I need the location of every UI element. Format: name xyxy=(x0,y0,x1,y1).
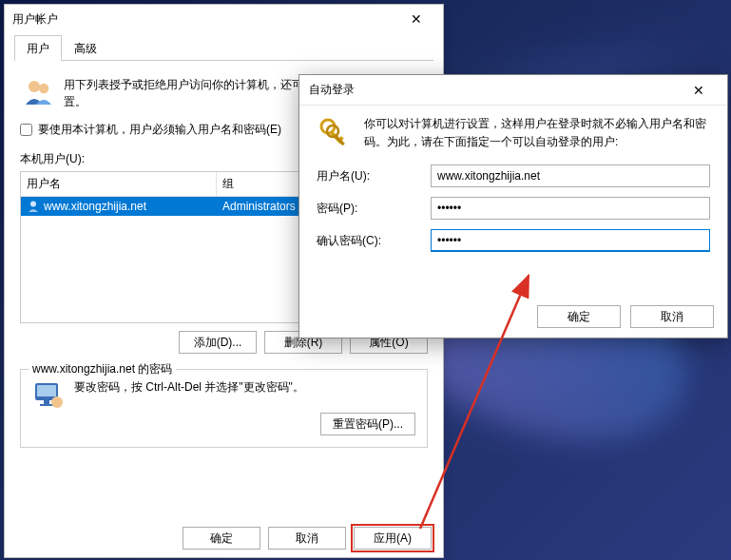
require-login-label: 要使用本计算机，用户必须输入用户名和密码(E) xyxy=(38,122,281,138)
row-username: www.xitongzhijia.net xyxy=(44,200,146,213)
tab-users[interactable]: 用户 xyxy=(14,35,62,61)
keys-icon xyxy=(317,115,353,151)
username-label: 用户名(U): xyxy=(317,168,431,184)
password-group-title: www.xitongzhijia.net 的密码 xyxy=(29,361,176,377)
ok-button[interactable]: 确定 xyxy=(183,527,260,550)
svg-point-2 xyxy=(30,202,36,207)
modal-ok-button[interactable]: 确定 xyxy=(537,305,621,328)
svg-rect-5 xyxy=(44,400,49,404)
close-icon[interactable]: ✕ xyxy=(397,6,435,32)
modal-footer: 确定 取消 xyxy=(299,296,727,338)
confirm-password-field[interactable] xyxy=(431,229,710,252)
cancel-button[interactable]: 取消 xyxy=(268,527,346,550)
svg-point-1 xyxy=(39,84,48,93)
password-groupbox: www.xitongzhijia.net 的密码 要改密码，按 Ctrl-Alt… xyxy=(20,369,428,448)
modal-cancel-button[interactable]: 取消 xyxy=(630,305,714,328)
reset-password-button[interactable]: 重置密码(P)... xyxy=(320,413,415,435)
modal-title: 自动登录 xyxy=(309,82,355,98)
password-label: 密码(P): xyxy=(317,201,431,217)
tabs: 用户 高级 xyxy=(5,33,443,60)
confirm-label: 确认密码(C): xyxy=(317,233,431,249)
require-login-input[interactable] xyxy=(20,124,32,136)
avatar-icon xyxy=(32,379,65,412)
users-icon xyxy=(22,76,54,108)
svg-point-7 xyxy=(51,396,63,408)
column-user[interactable]: 用户名 xyxy=(21,172,217,196)
apply-button[interactable]: 应用(A) xyxy=(354,527,432,550)
window-title: 用户帐户 xyxy=(12,11,58,28)
auto-login-dialog: 自动登录 ✕ 你可以对计算机进行设置，这样用户在登录时就不必输入用户名和密码。为… xyxy=(298,74,728,338)
svg-rect-12 xyxy=(334,134,345,145)
dialog-footer: 确定 取消 应用(A) xyxy=(5,519,443,557)
password-text: 要改密码，按 Ctrl-Alt-Del 并选择"更改密码"。 xyxy=(74,379,415,396)
password-field[interactable] xyxy=(431,197,710,220)
svg-point-0 xyxy=(29,81,40,92)
close-icon[interactable]: ✕ xyxy=(680,77,718,104)
modal-intro-text: 你可以对计算机进行设置，这样用户在登录时就不必输入用户名和密码。为此，请在下面指… xyxy=(364,115,710,151)
add-button[interactable]: 添加(D)... xyxy=(179,331,257,354)
titlebar: 用户帐户 ✕ xyxy=(5,5,443,33)
user-icon xyxy=(27,200,40,213)
username-field[interactable] xyxy=(431,164,710,187)
modal-titlebar: 自动登录 ✕ xyxy=(299,75,727,106)
tab-advanced[interactable]: 高级 xyxy=(62,35,109,61)
svg-rect-4 xyxy=(37,385,56,396)
svg-rect-6 xyxy=(40,404,53,406)
